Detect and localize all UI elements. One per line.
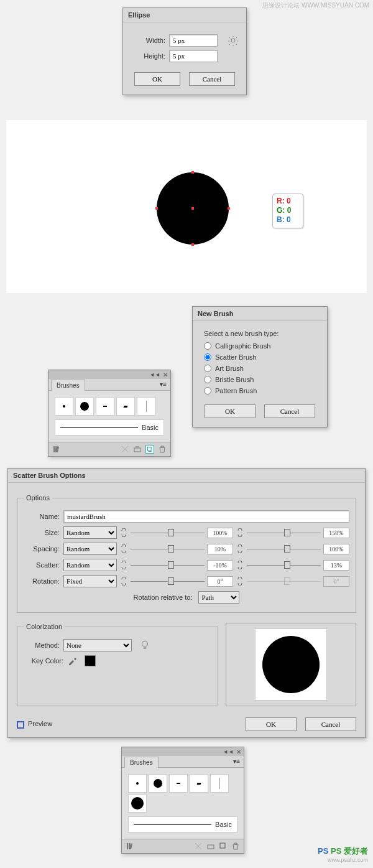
radio-pattern[interactable]: Pattern Brush [204,387,316,394]
link-icon[interactable] [236,561,244,569]
close-icon[interactable]: ✕ [236,749,241,755]
preview-label: Preview [28,720,52,727]
radio-bristle[interactable]: Bristle Brush [204,376,316,383]
scissors-icon[interactable] [121,445,129,454]
svg-rect-5 [220,843,225,848]
ok-button[interactable]: OK [246,717,297,731]
link-icon[interactable] [119,561,128,569]
brush-swatch-1[interactable] [55,397,73,416]
svg-rect-2 [147,447,151,450]
width-label: Width: [134,37,165,44]
cancel-button[interactable]: Cancel [305,717,356,731]
brush-swatch-3[interactable] [169,774,188,793]
dialog-title: New Brush [193,307,327,321]
link-icon[interactable] [236,528,244,537]
mode-select[interactable]: Random [63,543,117,555]
keycolor-swatch[interactable] [85,655,96,666]
handle-bottom[interactable] [191,243,194,246]
brush-swatch-2[interactable] [75,397,94,416]
basic-brush[interactable]: Basic [55,419,164,436]
sbo-row-1: Spacing: Random 10% 100% [24,543,349,555]
slider-1[interactable] [131,528,205,538]
panel-top: ◄◄ ✕ [48,370,170,379]
trash-icon[interactable] [158,445,167,454]
link-icon[interactable] [236,577,244,586]
slider-2[interactable] [247,528,321,538]
brush-swatch-4[interactable] [190,774,208,793]
mode-select[interactable]: Random [63,559,117,571]
brush-swatch-4[interactable] [116,397,135,416]
collapse-icon[interactable]: ◄◄ [223,749,234,755]
radio-scatter[interactable]: Scatter Brush [204,353,316,361]
close-icon[interactable]: ✕ [163,371,168,378]
handle-top[interactable] [191,171,194,174]
value-1[interactable]: 10% [207,544,233,554]
rotation-relative-label: Rotation relative to: [134,594,193,601]
options-icon[interactable] [133,445,142,454]
panel-menu-icon[interactable]: ▾≡ [229,756,244,767]
new-brush-icon[interactable] [219,842,228,851]
name-input[interactable] [63,510,349,523]
handle-right[interactable] [228,207,230,210]
basic-brush[interactable]: Basic [128,816,237,833]
new-brush-icon[interactable] [145,445,154,454]
slider-2[interactable] [247,560,321,570]
handle-left[interactable] [155,207,158,210]
method-select[interactable]: None [63,639,132,651]
new-brush-dialog: New Brush Select a new brush type: Calli… [192,306,328,427]
value-2: 0° [323,576,349,587]
cancel-button[interactable]: Cancel [189,72,235,86]
brush-swatch-6[interactable] [128,794,147,813]
sbo-row-2: Scatter: Random -10% 13% [24,559,349,571]
trash-icon[interactable] [231,842,240,851]
value-2[interactable]: 150% [323,528,349,538]
dialog-title: Scatter Brush Options [8,469,365,483]
radio-calligraphic[interactable]: Calligraphic Brush [204,342,316,350]
slider-2[interactable] [247,544,321,554]
tip-icon[interactable] [139,640,150,651]
svg-rect-1 [134,448,140,452]
brush-swatch-1[interactable] [128,774,147,793]
library-icon[interactable] [126,842,134,851]
options-icon[interactable] [206,842,215,851]
scissors-icon[interactable] [194,842,203,851]
link-icon[interactable] [119,544,128,553]
brush-swatch-2[interactable] [149,774,167,793]
link-icon[interactable] [119,577,128,586]
link-icon[interactable] [236,544,244,553]
method-label: Method: [24,642,60,649]
rotation-relative-select[interactable]: Path [198,591,239,604]
value-2[interactable]: 13% [323,560,349,571]
ok-button[interactable]: OK [134,72,180,86]
value-1[interactable]: -10% [207,560,233,571]
collapse-icon[interactable]: ◄◄ [149,371,160,378]
link-icon[interactable] [119,528,128,537]
width-input[interactable] [169,34,218,47]
panel-menu-icon[interactable]: ▾≡ [156,379,170,390]
eyedropper-icon[interactable] [67,656,77,666]
brush-swatch-5[interactable] [210,774,229,793]
slider-1[interactable] [131,560,205,570]
preview-checkbox[interactable]: Preview [17,720,52,728]
slider-1[interactable] [131,544,205,554]
ok-button[interactable]: OK [205,404,256,418]
brush-swatch-3[interactable] [96,397,114,416]
radio-art[interactable]: Art Brush [204,365,316,372]
value-1[interactable]: 0° [207,576,233,587]
height-input[interactable] [169,50,218,62]
mode-select[interactable]: Random [63,526,117,539]
handle-center[interactable] [191,207,194,210]
slider-1[interactable] [131,576,205,586]
svg-rect-4 [208,845,214,849]
brushes-tab[interactable]: Brushes [51,380,85,391]
opt-label: Calligraphic Brush [215,342,270,350]
library-icon[interactable] [52,445,61,454]
value-2[interactable]: 100% [323,544,349,554]
brushes-tab[interactable]: Brushes [124,757,159,768]
mode-select[interactable]: Fixed [63,575,117,587]
value-1[interactable]: 100% [207,528,233,538]
cancel-button[interactable]: Cancel [264,404,315,418]
brush-swatch-5[interactable] [137,397,155,416]
opt-label: Scatter Brush [215,353,257,361]
svg-point-3 [142,641,148,646]
